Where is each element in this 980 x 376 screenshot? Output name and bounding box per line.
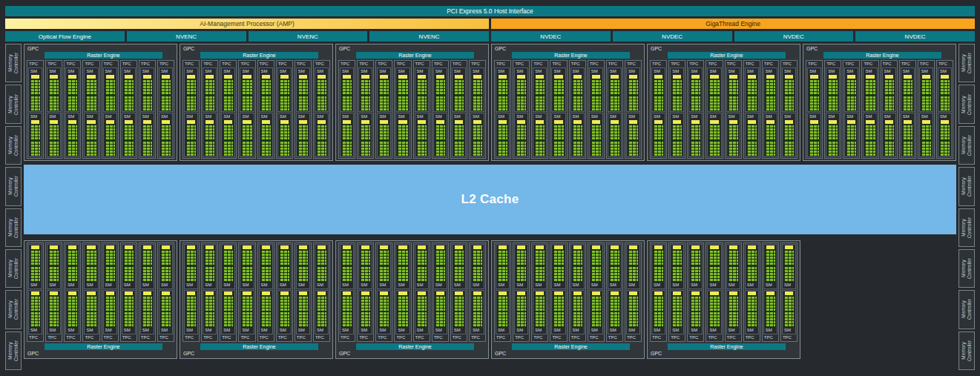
sm-label: SM <box>708 69 720 74</box>
sm-scheduler-block <box>729 291 737 295</box>
sm-core-grid <box>654 96 663 111</box>
sm-label: SM <box>783 328 795 333</box>
sm-unit: SM <box>707 244 721 289</box>
sm-label: SM <box>472 114 483 119</box>
sm-scheduler-block <box>398 291 407 295</box>
sm-core-grid <box>672 125 682 140</box>
tpc-label: TPC <box>159 335 173 340</box>
sm-scheduler-block <box>418 75 426 79</box>
sm-label: SM <box>435 69 446 74</box>
gpc-block: SMSMTPCSMSMTPCSMSMTPCSMSMTPCSMSMTPCSMSMT… <box>180 240 333 359</box>
sm-core-grid <box>709 311 719 327</box>
sm-core-grid <box>124 141 134 156</box>
sm-scheduler-block <box>847 75 855 79</box>
sm-unit: SM <box>395 67 410 112</box>
sm-core-grid <box>516 296 526 311</box>
sm-unit: SM <box>670 244 684 289</box>
memory-controller-label: Memory Controller <box>7 291 19 328</box>
sm-core-grid <box>921 79 931 95</box>
sm-core-grid <box>747 125 757 140</box>
sm-core-grid <box>435 266 445 282</box>
sm-unit: SM <box>688 244 703 289</box>
sm-core-grid <box>809 125 819 140</box>
sm-label: SM <box>67 328 78 333</box>
sm-unit: SM <box>763 290 777 335</box>
sm-core-grid <box>553 250 563 265</box>
sm-core-grid <box>86 96 96 111</box>
tpc-label: TPC <box>47 62 61 67</box>
sm-core-grid <box>691 141 700 156</box>
sm-core-grid <box>709 96 719 111</box>
sm-core-grid <box>435 311 445 327</box>
sm-scheduler-block <box>611 75 619 79</box>
sm-unit: SM <box>901 67 915 112</box>
sm-core-grid <box>809 96 819 111</box>
tpc-label: TPC <box>763 62 777 67</box>
sm-core-grid <box>709 250 719 265</box>
sm-core-grid <box>361 79 370 95</box>
sm-core-grid <box>398 266 407 282</box>
die-main-area: Memory ControllerMemory ControllerMemory… <box>5 44 975 370</box>
sm-core-grid <box>553 125 563 140</box>
tpc-block: SMSMTPC <box>338 243 355 342</box>
tpc-block: TPCSMSM <box>861 60 878 159</box>
sm-unit: SM <box>221 113 235 157</box>
sm-core-grid <box>186 125 196 140</box>
sm-scheduler-block <box>554 75 562 79</box>
sm-core-grid <box>105 125 115 140</box>
gpc-label: GPC <box>182 46 330 52</box>
sm-core-grid <box>903 141 912 156</box>
sm-scheduler-block <box>691 291 700 295</box>
tpc-row: TPCSMSMTPCSMSMTPCSMSMTPCSMSMTPCSMSMTPCSM… <box>182 60 330 159</box>
sm-core-grid <box>454 311 464 327</box>
sm-core-grid <box>729 79 738 95</box>
sm-core-grid <box>672 141 682 156</box>
sm-core-grid <box>573 250 582 265</box>
sm-core-grid <box>30 296 40 311</box>
sm-core-grid <box>205 96 214 111</box>
sm-scheduler-block <box>785 291 793 295</box>
tpc-label: TPC <box>28 335 42 340</box>
tpc-block: TPCSMSM <box>469 60 486 159</box>
sm-core-grid <box>784 125 794 140</box>
raster-engine-bar: Raster Engine <box>356 52 474 59</box>
sm-scheduler-block <box>418 245 426 249</box>
memory-controller-label: Memory Controller <box>961 291 973 328</box>
sm-core-grid <box>417 250 427 265</box>
sm-label: SM <box>827 114 838 119</box>
gpc-label: GPC <box>494 46 642 52</box>
sm-core-grid <box>610 296 619 311</box>
sm-core-grid <box>68 125 77 140</box>
raster-engine-bar: Raster Engine <box>356 343 474 350</box>
sm-unit: SM <box>358 113 372 157</box>
tpc-block: SMSMTPC <box>276 243 293 342</box>
sm-scheduler-block <box>536 120 544 124</box>
sm-unit: SM <box>203 113 217 157</box>
tpc-block: TPCSMSM <box>531 60 548 159</box>
sm-scheduler-block <box>941 120 949 124</box>
sm-core-grid <box>784 141 794 156</box>
tpc-block: TPCSMSM <box>824 60 841 159</box>
sm-core-grid <box>161 141 171 156</box>
sm-core-grid <box>223 79 233 95</box>
sm-unit: SM <box>315 67 329 112</box>
sm-core-grid <box>105 296 115 311</box>
sm-core-grid <box>454 250 464 265</box>
sm-label: SM <box>653 283 664 288</box>
sm-unit: SM <box>315 290 329 335</box>
sm-core-grid <box>342 96 352 111</box>
sm-scheduler-block <box>343 291 351 295</box>
sm-core-grid <box>261 266 271 282</box>
sm-core-grid <box>709 296 719 311</box>
sm-label: SM <box>497 328 508 333</box>
sm-scheduler-block <box>785 245 793 249</box>
sm-scheduler-block <box>125 75 133 79</box>
sm-scheduler-block <box>554 245 562 249</box>
sm-unit: SM <box>626 244 640 289</box>
sm-core-grid <box>809 79 819 95</box>
sm-label: SM <box>316 69 327 74</box>
tpc-block: SMSMTPC <box>780 243 798 342</box>
sm-scheduler-block <box>380 245 388 249</box>
sm-core-grid <box>205 311 214 327</box>
raster-engine-bar: Raster Engine <box>512 52 630 59</box>
